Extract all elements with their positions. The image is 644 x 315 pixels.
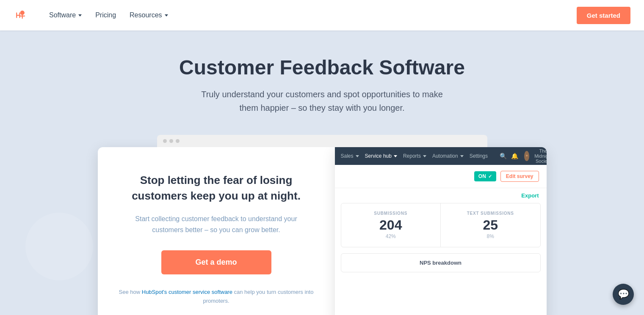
nav-pricing[interactable]: Pricing: [90, 8, 121, 22]
browser-dot-1: [163, 139, 167, 143]
check-icon: ✓: [488, 174, 492, 179]
left-promo-card: Stop letting the fear of losing customer…: [98, 147, 335, 315]
stat-pct-submissions: 42%: [347, 233, 435, 239]
search-icon[interactable]: 🔍: [500, 153, 507, 159]
survey-controls: ON ✓ Edit survey: [335, 165, 547, 188]
promo-title: Stop letting the fear of losing customer…: [119, 173, 314, 203]
export-link[interactable]: Export: [521, 192, 539, 199]
logo[interactable]: [14, 8, 29, 23]
chevron-down-icon: [460, 155, 464, 157]
hero-subtitle: Truly understand your customers and spot…: [195, 88, 449, 115]
hubspot-link[interactable]: HubSpot's customer service software: [142, 289, 232, 295]
chevron-down-icon: [165, 14, 168, 16]
app-nav-reports: Reports: [403, 153, 426, 159]
get-started-button[interactable]: Get started: [577, 7, 630, 24]
export-row: Export: [335, 188, 547, 203]
nps-section: NPS breakdown: [341, 253, 541, 272]
app-navbar: Sales Service hub Reports Automation: [335, 147, 547, 165]
right-app-preview: Sales Service hub Reports Automation: [335, 147, 547, 315]
stat-text-submissions: TEXT SUBMISSIONS 25 8%: [441, 203, 540, 247]
notification-icon[interactable]: 🔔: [511, 153, 518, 159]
chevron-down-icon: [356, 155, 359, 157]
app-nav-service: Service hub: [365, 153, 397, 159]
navbar: Software Pricing Resources Get started: [0, 0, 644, 30]
browser-dot-2: [169, 139, 173, 143]
nav-resources[interactable]: Resources: [124, 8, 173, 22]
edit-survey-button[interactable]: Edit survey: [500, 171, 539, 182]
app-nav-automation: Automation: [432, 153, 464, 159]
bg-decoration: [25, 213, 93, 280]
stat-value-text: 25: [447, 218, 534, 232]
preview-outer: Stop letting the fear of losing customer…: [98, 135, 547, 315]
stat-label-submissions: SUBMISSIONS: [347, 211, 435, 216]
hero-section: Customer Feedback Software Truly underst…: [0, 30, 644, 315]
promo-subtitle: Start collecting customer feedback to un…: [127, 214, 305, 235]
svg-point-1: [526, 155, 528, 156]
cards-row: Stop letting the fear of losing customer…: [98, 147, 547, 315]
chat-widget[interactable]: 💬: [613, 284, 634, 305]
nps-title: NPS breakdown: [347, 260, 534, 266]
browser-dot-3: [176, 139, 180, 143]
app-nav-sales: Sales: [341, 153, 359, 159]
chevron-down-icon: [394, 155, 397, 157]
avatar: [524, 151, 529, 161]
hero-title: Customer Feedback Software: [8, 56, 636, 79]
app-user: The Midnight Society: [524, 148, 547, 164]
nav-links: Software Pricing Resources: [44, 8, 577, 22]
chevron-down-icon: [423, 155, 426, 157]
navbar-cta: Get started: [577, 7, 630, 24]
svg-point-2: [525, 157, 528, 159]
chat-icon: 💬: [618, 289, 629, 300]
app-nav-icons: 🔍 🔔: [500, 153, 518, 159]
promo-link-text: See how HubSpot's customer service softw…: [119, 288, 314, 306]
stat-submissions: SUBMISSIONS 204 42%: [341, 203, 441, 247]
stat-label-text: TEXT SUBMISSIONS: [447, 211, 534, 216]
stat-pct-text: 8%: [447, 233, 534, 239]
stats-row: SUBMISSIONS 204 42% TEXT SUBMISSIONS 25 …: [341, 203, 541, 247]
stat-value-submissions: 204: [347, 218, 435, 232]
browser-top-bar: [157, 135, 487, 147]
toggle-on-button[interactable]: ON ✓: [474, 171, 496, 181]
get-demo-button[interactable]: Get a demo: [161, 250, 271, 274]
svg-point-0: [20, 11, 25, 15]
nav-software[interactable]: Software: [44, 8, 87, 22]
chevron-down-icon: [78, 14, 82, 16]
app-nav-settings: Settings: [470, 153, 488, 159]
